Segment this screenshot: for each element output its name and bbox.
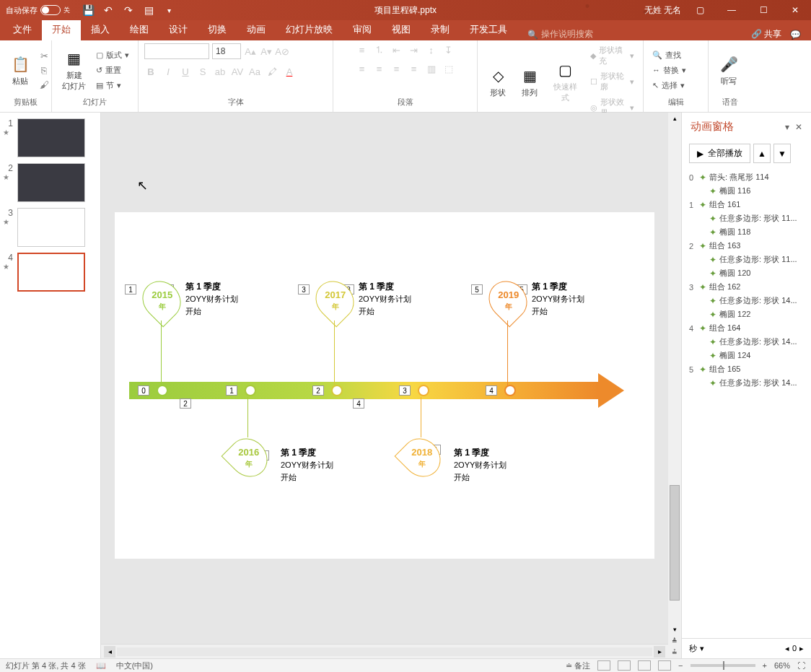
text-direction-icon[interactable]: ↧: [442, 43, 455, 56]
animation-item[interactable]: ✦椭圆 118: [682, 225, 811, 239]
milestone-2018[interactable]: 2018年 第 1 季度2OYY财务计划开始: [403, 437, 439, 478]
animation-item[interactable]: 2✦组合 163: [682, 239, 811, 253]
increase-font-icon[interactable]: A▴: [244, 45, 257, 58]
thumbnail-1[interactable]: 1★: [3, 118, 97, 157]
reading-view-icon[interactable]: [638, 660, 651, 671]
decrease-font-icon[interactable]: A▾: [260, 45, 273, 58]
tab-insert[interactable]: 插入: [81, 19, 120, 40]
prev-slide-icon[interactable]: ≜: [668, 635, 681, 647]
undo-icon[interactable]: ↶: [102, 4, 115, 17]
zoom-slider[interactable]: [691, 664, 755, 667]
ribbon-display-icon[interactable]: ▢: [687, 0, 713, 20]
thumbnail-2[interactable]: 2★: [3, 163, 97, 202]
italic-icon[interactable]: I: [162, 65, 175, 78]
tab-design[interactable]: 设计: [159, 19, 198, 40]
highlight-icon[interactable]: 🖍: [266, 65, 279, 78]
timeline-node-0[interactable]: [157, 385, 168, 396]
bullets-icon[interactable]: ≡: [356, 43, 369, 56]
select-button[interactable]: ↖ 选择 ▾: [649, 79, 689, 92]
align-center-icon[interactable]: ≡: [373, 62, 386, 75]
animation-item[interactable]: 4✦组合 164: [682, 321, 811, 335]
timeline-arrow[interactable]: [129, 382, 598, 399]
animation-item[interactable]: ✦椭圆 124: [682, 349, 811, 362]
timeline-zero-icon[interactable]: 0: [792, 644, 797, 653]
reset-button[interactable]: ↺ 重置: [93, 64, 132, 77]
justify-icon[interactable]: ≡: [408, 62, 421, 75]
section-button[interactable]: ▤ 节 ▾: [93, 79, 132, 92]
animation-item[interactable]: ✦椭圆 120: [682, 266, 811, 280]
maximize-icon[interactable]: ☐: [750, 0, 776, 20]
timeline-next-icon[interactable]: ▸: [799, 644, 804, 653]
timeline-node-4[interactable]: [504, 385, 516, 396]
shapes-button[interactable]: ◇ 形状: [483, 63, 512, 101]
tab-file[interactable]: 文件: [3, 19, 42, 40]
scroll-left-icon[interactable]: ◂: [104, 646, 115, 658]
comments-icon[interactable]: 💬: [790, 30, 801, 40]
scroll-up-icon[interactable]: ▴: [668, 113, 681, 124]
animation-item[interactable]: 0✦箭头: 燕尾形 114: [682, 170, 811, 184]
indent-right-icon[interactable]: ⇥: [408, 43, 421, 56]
strike-icon[interactable]: S: [196, 65, 209, 78]
zoom-level[interactable]: 66%: [774, 661, 790, 670]
shape-outline-button[interactable]: ☐ 形状轮廓 ▾: [587, 69, 637, 94]
layout-button[interactable]: ▢ 版式 ▾: [93, 48, 132, 62]
sorter-view-icon[interactable]: [618, 660, 631, 671]
arrange-button[interactable]: ▦ 排列: [515, 63, 544, 101]
tab-home[interactable]: 开始: [42, 19, 81, 40]
animation-item[interactable]: ✦任意多边形: 形状 11...: [682, 253, 811, 266]
milestone-2019[interactable]: 2019年 第 1 季度2OYY财务计划开始: [490, 280, 526, 320]
slideshow-view-icon[interactable]: [658, 660, 671, 671]
quick-styles-button[interactable]: ▢ 快速样式: [547, 57, 584, 106]
new-slide-button[interactable]: ▦ 新建 幻灯片: [58, 45, 90, 95]
notes-button[interactable]: ≐ 备注: [566, 660, 590, 671]
minimize-icon[interactable]: —: [719, 0, 745, 20]
start-slideshow-icon[interactable]: ▤: [142, 4, 155, 17]
slide-canvas[interactable]: 0 1 2 3 4 1 1 3 3 5 5 2 2 4 4 2015年: [115, 212, 654, 559]
play-all-button[interactable]: ▶ 全部播放: [689, 144, 750, 163]
move-down-button[interactable]: ▼: [773, 144, 791, 163]
indent-left-icon[interactable]: ⇤: [390, 43, 403, 56]
milestone-2016[interactable]: 2016年 第 1 季度2OYY财务计划开始: [230, 437, 266, 478]
share-button[interactable]: 🔗 共享: [751, 28, 781, 40]
scroll-down-icon[interactable]: ▾: [668, 624, 681, 635]
dictate-button[interactable]: 🎤 听写: [714, 51, 743, 90]
tab-record[interactable]: 录制: [421, 19, 460, 40]
spell-check-icon[interactable]: 📖: [96, 661, 106, 671]
tab-animation[interactable]: 动画: [237, 19, 276, 40]
shadow-icon[interactable]: ab: [214, 65, 227, 78]
animation-item[interactable]: 1✦组合 161: [682, 198, 811, 211]
align-left-icon[interactable]: ≡: [356, 62, 369, 75]
replace-button[interactable]: ↔ 替换 ▾: [649, 64, 689, 77]
animation-item[interactable]: 3✦组合 162: [682, 280, 811, 294]
vertical-scrollbar[interactable]: ▴ ▾ ≜ ≟: [668, 113, 681, 658]
tab-slideshow[interactable]: 幻灯片放映: [276, 19, 343, 40]
autosave-toggle[interactable]: 自动保存 关: [0, 5, 76, 16]
find-button[interactable]: 🔍 查找: [649, 48, 689, 62]
move-up-button[interactable]: ▲: [753, 144, 771, 163]
tab-draw[interactable]: 绘图: [120, 19, 159, 40]
copy-icon[interactable]: ⎘: [38, 64, 51, 77]
horizontal-scrollbar[interactable]: ◂ ▸: [101, 644, 668, 658]
user-name[interactable]: 无姓 无名: [644, 4, 681, 17]
redo-icon[interactable]: ↷: [122, 4, 135, 17]
format-painter-icon[interactable]: 🖌: [38, 78, 51, 91]
tab-transition[interactable]: 切换: [198, 19, 237, 40]
zoom-out-icon[interactable]: −: [678, 661, 683, 670]
columns-icon[interactable]: ▥: [425, 62, 438, 75]
milestone-2017[interactable]: 2017年 第 1 季度2OYY财务计划开始: [317, 280, 353, 320]
bold-icon[interactable]: B: [144, 65, 157, 78]
language-status[interactable]: 中文(中国): [116, 660, 153, 671]
font-name-input[interactable]: [144, 43, 209, 59]
timeline-prev-icon[interactable]: ◂: [785, 644, 789, 653]
animation-item[interactable]: ✦任意多边形: 形状 14...: [682, 294, 811, 307]
close-icon[interactable]: ✕: [782, 0, 808, 20]
clear-format-icon[interactable]: A⊘: [276, 45, 289, 58]
line-spacing-icon[interactable]: ↕: [425, 43, 438, 56]
timeline-node-2[interactable]: [331, 385, 343, 396]
animation-item[interactable]: ✦任意多边形: 形状 11...: [682, 211, 811, 225]
pane-close-icon[interactable]: ✕: [795, 122, 802, 132]
pane-options-icon[interactable]: ▾: [785, 122, 789, 132]
animation-item[interactable]: ✦椭圆 122: [682, 307, 811, 321]
timeline-node-3[interactable]: [418, 385, 429, 396]
spacing-icon[interactable]: AV: [231, 65, 244, 78]
